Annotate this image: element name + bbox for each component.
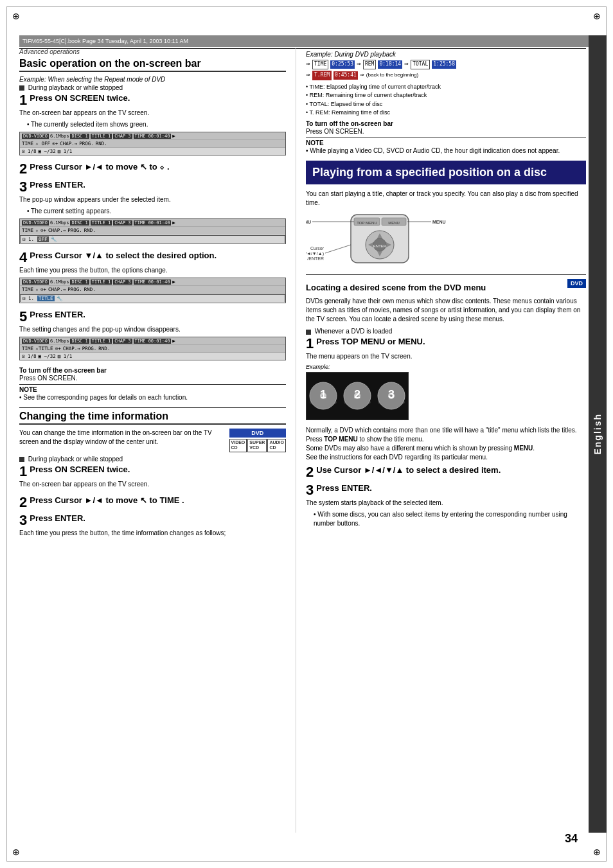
step-5-title: Press ENTER. — [19, 310, 286, 321]
time-step-3-desc: Each time you press the button, the time… — [19, 529, 286, 538]
dvd-step-2: 2 Use Cursor ►/◄/▼/▲ to select a desired… — [306, 465, 586, 479]
svg-text:/ENTER: /ENTER — [307, 256, 324, 261]
time-desc-total: • TOTAL: Elapsed time of disc — [306, 100, 586, 109]
screen-row-2b: TIME ⬦ ⊙+ CHAP.→ PROG. RND. — [20, 227, 285, 235]
dvd-badge: DVD — [567, 279, 586, 288]
step-5: 5 Press ENTER. The setting changes and t… — [19, 310, 286, 363]
note-box-right: NOTE • While playing a Video CD, SVCD or… — [306, 137, 586, 155]
time-step-3-number: 3 — [19, 513, 27, 527]
time-step-1-number: 1 — [19, 465, 27, 479]
time-box-total-val: 1:25:58 — [432, 60, 456, 69]
time-box-trem-val: 0:45:41 — [333, 71, 358, 80]
step-3-title: Press ENTER. — [19, 180, 286, 191]
time-bullet-during: During playback or while stopped — [19, 456, 286, 463]
time-step-1-desc: The on-screen bar appears on the TV scre… — [19, 480, 286, 489]
turn-off-label-1: To turn off the on-screen bar — [19, 367, 286, 374]
screen-row-1b: TIME ⬦ OFF ⊙+ CHAP.→ PROG. RND. — [20, 140, 285, 148]
screen-row-3a: DVD-VIDEO 6.1Mbps DISC 1 TITLE 1 CHAP 3 … — [20, 278, 285, 286]
time-intro: You can change the time information in t… — [19, 429, 226, 447]
dvd-step-3-title: Press ENTER. — [306, 483, 586, 494]
step-1-number: 1 — [19, 93, 27, 107]
right-column: Example: During DVD playback ⇒ TIME 0:25… — [296, 48, 586, 833]
time-box-rem: REM — [363, 60, 376, 69]
screen-row-4b: TIME ⬦TITLE ⊙+ CHAP.→ PROG. RND. — [20, 345, 285, 353]
turn-off-desc-1: Press ON SCREEN. — [19, 375, 286, 382]
normally-text: Normally, a DVD which contains more than… — [306, 426, 586, 462]
time-box-rem-val: 0:18:14 — [378, 60, 402, 69]
step-2-title: Press Cursor ►/◄ to move ↖ to ⬦ . — [19, 162, 286, 173]
dvd-step-1-number: 1 — [306, 337, 314, 351]
step-1-bullet: The currently selected item shows green. — [27, 120, 286, 129]
dvd-step-2-number: 2 — [306, 465, 314, 479]
corner-mark-bl: ⊕ — [10, 846, 22, 858]
dvd-example-label: Example: — [306, 364, 586, 370]
time-section-content: You can change the time information in t… — [19, 429, 286, 452]
note-text-right: • While playing a Video CD, SVCD or Audi… — [306, 146, 586, 155]
step-2-number: 2 — [19, 162, 27, 176]
badge-video-cd: VIDEOCD — [229, 439, 247, 452]
time-step-1-title: Press ON SCREEN twice. — [19, 465, 286, 475]
svg-text:TOP MENU: TOP MENU — [357, 221, 377, 225]
svg-line-16 — [325, 245, 351, 253]
dvd-whenever-bullet: Whenever a DVD is loaded — [306, 328, 586, 335]
step-2: 2 Press Cursor ►/◄ to move ↖ to ⬦ . — [19, 162, 286, 176]
screen-row-1c: ⊡ 1/8 ▣ ~/32 ▤ 1/1 — [20, 148, 285, 155]
time-descriptions: • TIME: Elapsed playing time of current … — [306, 83, 586, 118]
step-1-title: Press ON SCREEN twice. — [19, 93, 286, 104]
square-bullet-icon-dvd — [306, 330, 311, 335]
time-desc-trem: • T. REM: Remaining time of disc — [306, 109, 586, 118]
example-dvd-label: Example: During DVD playback — [306, 51, 586, 58]
disc-2-svg: 2 — [342, 378, 372, 414]
time-step-3-title: Press ENTER. — [19, 513, 286, 524]
step-4-title: Press Cursor ▼/▲ to select the desired o… — [19, 251, 286, 261]
section-divider-1 — [19, 407, 286, 408]
step-3-desc: The pop-up window appears under the sele… — [19, 195, 286, 204]
note-title-right: NOTE — [306, 139, 586, 146]
remote-svg: TOP MENU MENU ENTER TOP — [306, 211, 454, 268]
svg-text:MENU: MENU — [432, 220, 446, 224]
note-text-1: • See the corresponding pages for detail… — [19, 393, 286, 402]
time-desc-rem: • REM: Remaining time of current chapter… — [306, 91, 586, 100]
dvd-step-3-desc: The system starts playback of the select… — [306, 499, 586, 508]
step-4-number: 4 — [19, 251, 27, 265]
svg-text:ENTER: ENTER — [373, 244, 387, 248]
time-badges: DVD VIDEOCD SUPERVCD AUDIOCD — [229, 429, 286, 452]
svg-text:TOP MENU: TOP MENU — [306, 220, 311, 224]
time-box-time: TIME — [312, 60, 328, 69]
playing-from-title: Playing from a specified position on a d… — [312, 166, 580, 180]
remote-diagram: TOP MENU MENU ENTER TOP — [306, 211, 586, 269]
section-divider-right — [306, 274, 586, 275]
badge-audio-cd: AUDIOCD — [267, 439, 286, 452]
dvd-step-3: 3 Press ENTER. The system starts playbac… — [306, 483, 586, 528]
disc-3-svg: 3 — [377, 378, 406, 414]
step-3: 3 Press ENTER. The pop-up window appears… — [19, 180, 286, 247]
dvd-step-1: 1 Press TOP MENU or MENU. The menu appea… — [306, 337, 586, 422]
turn-off-label-right: To turn off the on-screen bar — [306, 120, 586, 127]
disc-1-svg: 1 — [308, 378, 338, 414]
square-bullet-icon — [19, 85, 24, 91]
example-label-1: Example: When selecting the Repeat mode … — [19, 76, 286, 83]
corner-mark-tr: ⊕ — [591, 10, 603, 22]
corner-mark-br: ⊕ — [591, 846, 603, 858]
dvd-menu-visual: 1 2 — [306, 372, 409, 420]
svg-text:2: 2 — [354, 388, 360, 401]
basic-operation-heading: Basic operation on the on-screen bar — [19, 58, 286, 72]
time-sequence: ⇒ TIME 0:25:53 ⇒ REM 0:18:14 ⇒ TOTAL 1:2… — [306, 60, 586, 80]
square-bullet-icon-2 — [19, 457, 24, 462]
time-desc-time: • TIME: Elapsed playing time of current … — [306, 83, 586, 92]
screen-row-4c: ⊡ 1/8 ▣ ~/32 ▤ 1/1 — [20, 353, 285, 360]
section-basic-operation: Basic operation on the on-screen bar Exa… — [19, 58, 286, 402]
dvd-step-1-title: Press TOP MENU or MENU. — [306, 337, 586, 348]
step-4-desc: Each time you press the button, the opti… — [19, 266, 286, 275]
time-box-trem: T.REM — [312, 71, 332, 80]
section-dvd-menu: Locating a desired scene from the DVD me… — [306, 278, 586, 528]
screen-display-2: DVD-VIDEO 6.1Mbps DISC 1 TITLE 1 CHAP 3 … — [19, 218, 286, 244]
sidebar-label: English — [592, 413, 603, 455]
badge-super-vcd: SUPERVCD — [247, 439, 267, 452]
step-4: 4 Press Cursor ▼/▲ to select the desired… — [19, 251, 286, 306]
step-3-bullet: The current setting appears. — [27, 207, 286, 216]
time-step-2-title: Press Cursor ►/◄ to move ↖ to TIME . — [19, 495, 286, 506]
svg-text:1: 1 — [320, 388, 326, 401]
time-box-total: TOTAL — [411, 60, 430, 69]
header-text: TIFM65-55-45[C].book Page 34 Tuesday, Ap… — [22, 38, 188, 44]
